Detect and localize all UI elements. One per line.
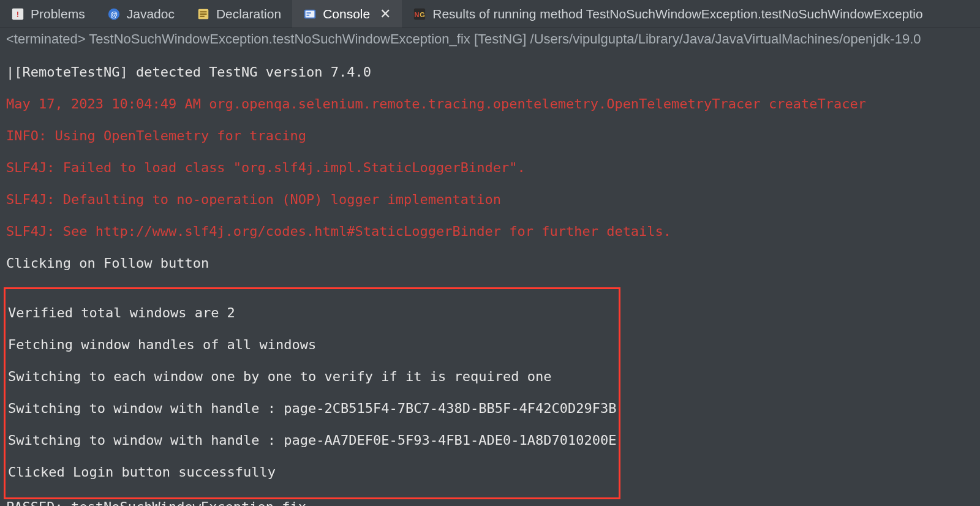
console-line: SLF4J: Failed to load class "org.slf4j.i… — [6, 160, 974, 176]
console-output: |[RemoteTestNG] detected TestNG version … — [0, 47, 980, 506]
console-line: Switching to window with handle : page-2… — [8, 401, 616, 417]
tab-console[interactable]: Console ✕ — [292, 0, 402, 28]
svg-rect-5 — [200, 11, 206, 12]
console-line: PASSED: testNoSuchWindowException_fix — [6, 499, 974, 506]
svg-rect-7 — [200, 15, 204, 17]
console-line: Fetching window handles of all windows — [8, 337, 616, 353]
console-line: Clicking on Follow button — [6, 255, 974, 271]
tab-declaration[interactable]: Declaration — [186, 0, 292, 28]
console-line: SLF4J: See http://www.slf4j.org/codes.ht… — [6, 224, 974, 240]
declaration-icon — [197, 7, 210, 21]
svg-rect-10 — [307, 12, 311, 13]
testng-icon: N G — [413, 7, 426, 21]
console-line: Switching to each window one by one to v… — [8, 369, 616, 385]
svg-text:!: ! — [17, 9, 19, 18]
console-line: SLF4J: Defaulting to no-operation (NOP) … — [6, 192, 974, 208]
launch-status: <terminated> TestNoSuchWindowException.t… — [0, 28, 980, 47]
view-tabbar: ! Problems @ Javadoc Declaration — [0, 0, 980, 28]
console-line: Clicked Login button successfully — [8, 464, 616, 480]
tab-javadoc[interactable]: @ Javadoc — [96, 0, 186, 28]
svg-rect-11 — [307, 14, 310, 15]
console-line: Switching to window with handle : page-A… — [8, 432, 616, 448]
console-line: |[RemoteTestNG] detected TestNG version … — [6, 64, 974, 80]
tab-testng-results[interactable]: N G Results of running method TestNoSuch… — [402, 0, 980, 28]
console-line: INFO: Using OpenTelemetry for tracing — [6, 128, 974, 144]
tab-label: Problems — [31, 7, 85, 21]
highlighted-region: Verified total windows are 2 Fetching wi… — [4, 287, 620, 499]
svg-rect-6 — [200, 13, 206, 15]
tab-label: Declaration — [216, 7, 281, 21]
tab-problems[interactable]: ! Problems — [0, 0, 96, 28]
problems-icon: ! — [11, 7, 24, 21]
tab-label: Javadoc — [127, 7, 175, 21]
console-line: Verified total windows are 2 — [8, 305, 616, 321]
javadoc-icon: @ — [107, 7, 121, 21]
console-icon — [303, 7, 317, 21]
svg-text:N: N — [415, 10, 420, 18]
console-line: May 17, 2023 10:04:49 AM org.openqa.sele… — [6, 96, 974, 112]
tab-label: Console — [323, 7, 370, 21]
svg-rect-9 — [306, 10, 315, 17]
svg-text:@: @ — [110, 10, 118, 18]
tab-label: Results of running method TestNoSuchWind… — [432, 7, 922, 21]
close-icon[interactable]: ✕ — [380, 6, 391, 22]
svg-text:G: G — [420, 10, 426, 18]
